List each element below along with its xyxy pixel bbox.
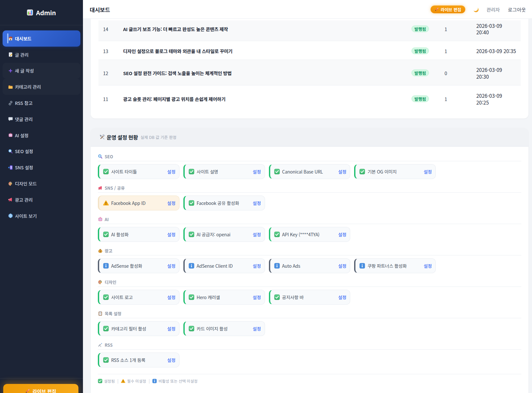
- svg-text:8: 8: [100, 250, 101, 252]
